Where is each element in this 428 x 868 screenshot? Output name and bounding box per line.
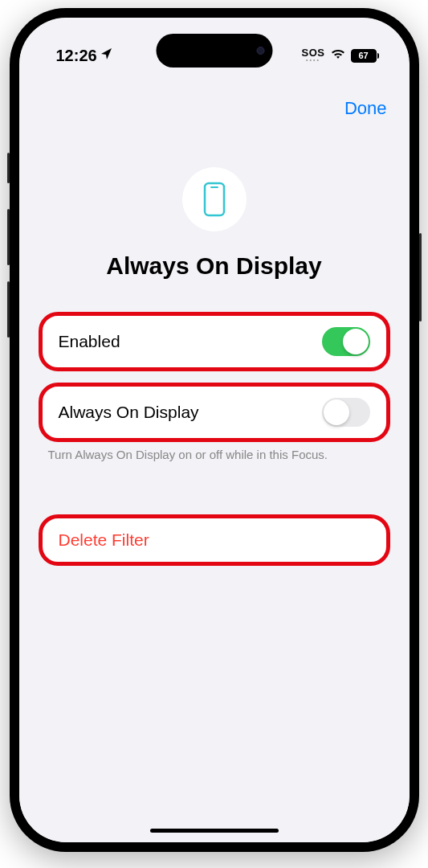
toggle-knob xyxy=(324,399,349,425)
screen: 12:26 SOS •••• 67 xyxy=(19,18,410,842)
always-on-group: Always On Display Turn Always On Display… xyxy=(39,383,390,481)
status-left: 12:26 xyxy=(56,47,113,65)
home-indicator[interactable] xyxy=(150,829,279,833)
always-on-label: Always On Display xyxy=(59,403,199,422)
toggle-knob xyxy=(343,329,369,354)
phone-icon xyxy=(203,182,226,217)
enabled-toggle[interactable] xyxy=(322,327,370,356)
dynamic-island xyxy=(156,34,272,68)
feature-icon-container xyxy=(182,167,247,231)
phone-device-frame: 12:26 SOS •••• 67 xyxy=(10,8,419,852)
always-on-footer: Turn Always On Display on or off while i… xyxy=(39,442,390,481)
done-button[interactable]: Done xyxy=(344,98,387,119)
sos-indicator: SOS •••• xyxy=(302,48,325,63)
page-title: Always On Display xyxy=(39,252,390,280)
volume-up-button xyxy=(7,209,10,265)
battery-icon: 67 xyxy=(351,49,379,63)
status-time: 12:26 xyxy=(56,47,97,65)
location-arrow-icon xyxy=(100,47,113,63)
phone-bezel: 12:26 SOS •••• 67 xyxy=(19,18,410,842)
camera-dot xyxy=(256,47,264,55)
delete-group: Delete Filter xyxy=(39,514,390,566)
status-right: SOS •••• 67 xyxy=(302,47,379,64)
always-on-display-row[interactable]: Always On Display xyxy=(39,383,390,442)
nav-bar: Done xyxy=(19,74,410,127)
delete-filter-button[interactable]: Delete Filter xyxy=(39,514,390,566)
enabled-label: Enabled xyxy=(59,332,120,351)
side-button xyxy=(7,153,10,183)
delete-filter-label: Delete Filter xyxy=(59,530,149,550)
enabled-group: Enabled xyxy=(39,312,390,371)
always-on-toggle[interactable] xyxy=(322,398,370,427)
volume-down-button xyxy=(7,281,10,338)
header-section: Always On Display xyxy=(39,127,390,312)
content-area: Always On Display Enabled Always On Disp… xyxy=(19,127,410,566)
enabled-row[interactable]: Enabled xyxy=(39,312,390,371)
wifi-icon xyxy=(330,47,346,64)
power-button xyxy=(419,233,422,321)
